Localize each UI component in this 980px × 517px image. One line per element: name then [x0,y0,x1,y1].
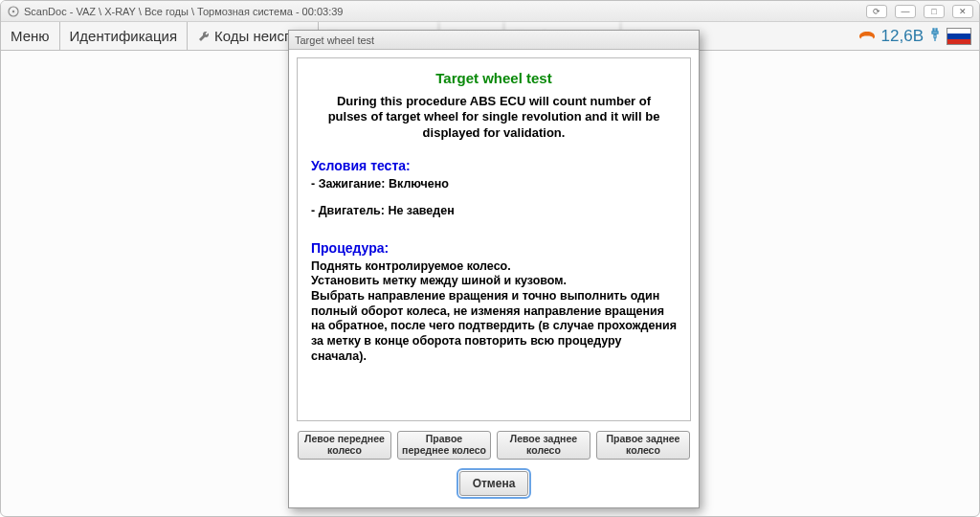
svg-point-1 [12,10,14,11]
rear-right-wheel-button[interactable]: Правое заднее колесо [596,431,690,460]
dialog-title: Target wheel test [295,34,374,46]
phone-icon [858,29,876,44]
front-left-wheel-button[interactable]: Левое переднее колесо [298,431,391,460]
conditions-heading: Условия теста: [311,158,677,173]
dialog-titlebar: Target wheel test [289,31,699,50]
plug-icon [929,28,941,44]
app-icon [7,5,20,18]
dialog-body: Target wheel test During this procedure … [289,50,699,507]
condition-engine: - Двигатель: Не заведен [311,204,677,217]
toolbar-status: 12,6В [851,22,979,50]
target-wheel-test-dialog: Target wheel test Target wheel test Duri… [288,30,700,508]
content-intro: During this procedure ABS ECU will count… [321,94,667,141]
wheel-button-row: Левое переднее колесо Правое переднее ко… [297,431,691,460]
rear-left-wheel-button[interactable]: Левое заднее колесо [497,431,590,460]
app-window: ScanDoc - VAZ \ X-RAY \ Все годы \ Тормо… [0,0,980,517]
window-title: ScanDoc - VAZ \ X-RAY \ Все годы \ Тормо… [24,6,343,17]
link-button[interactable]: ⟳ [866,5,887,18]
voltage-readout: 12,6В [881,27,924,46]
menu-button[interactable]: Меню [1,22,60,50]
dialog-content-frame: Target wheel test During this procedure … [297,57,691,421]
procedure-heading: Процедура: [311,240,677,256]
identification-tab[interactable]: Идентификация [60,22,188,50]
window-controls: ⟳ — □ ✕ [866,5,973,18]
titlebar: ScanDoc - VAZ \ X-RAY \ Все годы \ Тормо… [1,1,979,22]
procedure-text: Поднять контролируемое колесо. Установит… [311,259,677,364]
maximize-button[interactable]: □ [924,5,945,18]
content-heading: Target wheel test [311,70,677,86]
close-button[interactable]: ✕ [952,5,973,18]
condition-ignition: - Зажигание: Включено [311,177,677,191]
cancel-button[interactable]: Отмена [459,471,528,496]
minimize-button[interactable]: — [895,5,916,18]
flag-ru-icon[interactable] [947,28,971,45]
wrench-icon [197,30,211,43]
front-right-wheel-button[interactable]: Правое переднее колесо [397,431,491,460]
